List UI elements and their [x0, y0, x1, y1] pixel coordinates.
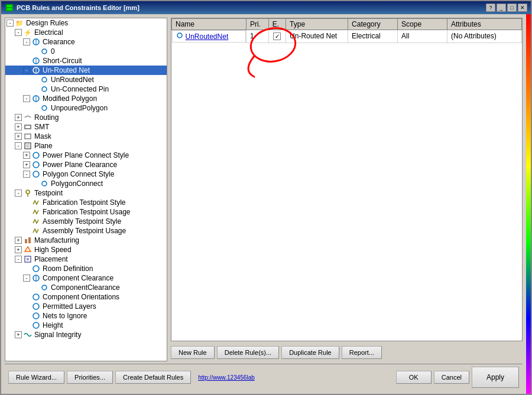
svg-point-21: [33, 171, 39, 177]
expand-plane[interactable]: -: [15, 142, 22, 149]
svg-point-22: [42, 181, 47, 186]
tree-label-mask: Mask: [34, 132, 51, 141]
tree-item-testpoint[interactable]: - Testpoint: [5, 188, 167, 198]
tree-item-electrical[interactable]: - ⚡ Electrical: [5, 28, 167, 37]
tree-item-nets-to-ignore[interactable]: Nets to Ignore: [5, 311, 167, 321]
placement-icon: [23, 255, 33, 263]
svg-point-36: [33, 322, 39, 328]
tree-item-signal-integrity[interactable]: + Signal Integrity: [5, 330, 167, 339]
tree-item-component-orientations[interactable]: Component Orientations: [5, 292, 167, 302]
rule-wizard-button[interactable]: Rule Wizard...: [8, 371, 64, 384]
report-button[interactable]: Report...: [342, 346, 382, 359]
tree-item-plane[interactable]: - Plane: [5, 141, 167, 151]
tree-item-room-definition[interactable]: Room Definition: [5, 264, 167, 273]
tree-item-modified-polygon[interactable]: - Modified Polygon: [5, 94, 167, 103]
expand-modified-polygon[interactable]: -: [23, 95, 30, 102]
tree-item-routing[interactable]: + Routing: [5, 113, 167, 122]
expand-high-speed[interactable]: +: [15, 246, 22, 253]
svg-point-5: [42, 49, 47, 54]
main-content: - 📁 Design Rules - ⚡ Electrical -: [1, 14, 531, 394]
cancel-button[interactable]: Cancel: [434, 371, 469, 384]
close-button[interactable]: ✕: [518, 4, 527, 12]
expand-placement[interactable]: -: [15, 256, 22, 263]
apply-button[interactable]: Apply: [472, 367, 519, 388]
rule-icon-short: [31, 57, 41, 65]
col-attributes: Attributes: [447, 19, 522, 30]
tree-item-component-clearance[interactable]: - Component Clearance: [5, 273, 167, 283]
tree-item-power-plane-clearance[interactable]: + Power Plane Clearance: [5, 160, 167, 169]
enabled-checkbox[interactable]: [273, 32, 281, 40]
table-row[interactable]: UnRoutedNet 1 Un-Routed Net Electrical A…: [172, 30, 522, 43]
tree-item-placement[interactable]: - Placement: [5, 254, 167, 264]
svg-point-20: [33, 162, 39, 168]
svg-point-34: [33, 303, 39, 309]
tree-item-clearance-0[interactable]: 0: [5, 47, 167, 56]
tree-item-design-rules[interactable]: - 📁 Design Rules: [5, 18, 167, 28]
expand-manufacturing[interactable]: +: [15, 237, 22, 244]
bottom-bar: Rule Wizard... Priorities... Create Defa…: [5, 364, 523, 390]
maximize-button[interactable]: □: [507, 4, 517, 12]
tree-item-short-circuit[interactable]: Short-Circuit: [5, 56, 167, 66]
col-category: Category: [348, 19, 398, 30]
tree-item-fab-testpoint-style[interactable]: Fabrication Testpoint Style: [5, 198, 167, 207]
tree-item-polygon-connect[interactable]: PolygonConnect: [5, 179, 167, 188]
expand-mask[interactable]: +: [15, 133, 22, 140]
rule-icon-comp-ori: [31, 293, 41, 301]
duplicate-rule-button[interactable]: Duplicate Rule: [281, 346, 339, 359]
svg-rect-16: [25, 134, 31, 139]
cell-category: Electrical: [348, 30, 398, 43]
delete-rules-button[interactable]: Delete Rule(s)...: [217, 346, 279, 359]
ok-button[interactable]: OK: [396, 371, 432, 384]
expand-signal[interactable]: +: [15, 331, 22, 338]
cell-attributes: (No Attributes): [447, 30, 522, 43]
rules-table: Name Pri. E. Type Category Scope Attribu…: [171, 18, 522, 43]
tree-item-height[interactable]: Height: [5, 321, 167, 330]
tree-label-fab-testpoint-usage: Fabrication Testpoint Usage: [43, 208, 131, 216]
tree-label-manufacturing: Manufacturing: [34, 236, 79, 244]
tree-item-mask[interactable]: + Mask: [5, 132, 167, 141]
expand-comp-clearance[interactable]: -: [23, 275, 30, 282]
tree-item-unpoured-polygon[interactable]: UnpouredPolygon: [5, 103, 167, 113]
expand-poly-connect[interactable]: -: [23, 171, 30, 178]
tree-item-polygon-connect-style[interactable]: - Polygon Connect Style: [5, 169, 167, 179]
priorities-button[interactable]: Priorities...: [67, 371, 113, 384]
create-default-rules-button[interactable]: Create Default Rules: [115, 371, 191, 384]
tree-item-unrouted-net-rule[interactable]: UnRoutedNet: [5, 75, 167, 84]
expand-design-rules[interactable]: -: [7, 19, 14, 27]
new-rule-button[interactable]: New Rule: [171, 346, 215, 359]
help-url[interactable]: http://www.123456lab: [198, 374, 255, 381]
svg-point-29: [33, 266, 39, 272]
expand-clearance[interactable]: -: [23, 38, 30, 45]
expand-unrouted[interactable]: -: [23, 67, 30, 74]
rule-icon-room: [31, 265, 41, 273]
expand-electrical[interactable]: -: [15, 29, 22, 36]
tree-item-un-routed-net[interactable]: - Un-Routed Net: [5, 66, 167, 75]
tree-label-signal-integrity: Signal Integrity: [34, 331, 81, 339]
tree-item-high-speed[interactable]: + High Speed: [5, 245, 167, 254]
main-window: PCB Rules and Constraints Editor [mm] ? …: [0, 0, 532, 395]
help-button[interactable]: ?: [486, 4, 495, 12]
subrule-icon-polycon: [40, 179, 49, 188]
rules-table-container: Name Pri. E. Type Category Scope Attribu…: [171, 18, 523, 341]
tree-item-assembly-testpoint-usage[interactable]: Assembly Testpoint Usage: [5, 226, 167, 236]
expand-testpoint[interactable]: -: [15, 190, 22, 197]
rule-icon-height: [31, 321, 41, 329]
tree-item-power-plane-connect[interactable]: + Power Plane Connect Style: [5, 151, 167, 160]
expand-routing[interactable]: +: [15, 114, 22, 121]
tree-item-un-connected-pin[interactable]: Un-Connected Pin: [5, 84, 167, 94]
tree-label-unrouted-net-rule: UnRoutedNet: [51, 76, 94, 84]
expand-smt[interactable]: +: [15, 123, 22, 130]
rule-icon-poly: [31, 94, 41, 103]
expand-pp-clearance[interactable]: +: [23, 161, 30, 168]
expand-pp-connect[interactable]: +: [23, 152, 30, 159]
tree-item-component-clearance-rule[interactable]: ComponentClearance: [5, 283, 167, 292]
minimize-button[interactable]: _: [497, 4, 506, 12]
tree-item-clearance[interactable]: - Clearance: [5, 37, 167, 47]
rule-icon-comp-clearance: [31, 274, 41, 282]
tree-item-manufacturing[interactable]: + Manufacturing: [5, 236, 167, 245]
cell-enabled[interactable]: [268, 30, 286, 43]
tree-item-permitted-layers[interactable]: Permitted Layers: [5, 302, 167, 311]
tree-item-fab-testpoint-usage[interactable]: Fabrication Testpoint Usage: [5, 207, 167, 217]
tree-item-assembly-testpoint-style[interactable]: Assembly Testpoint Style: [5, 217, 167, 226]
tree-item-smt[interactable]: + SMT: [5, 122, 167, 132]
